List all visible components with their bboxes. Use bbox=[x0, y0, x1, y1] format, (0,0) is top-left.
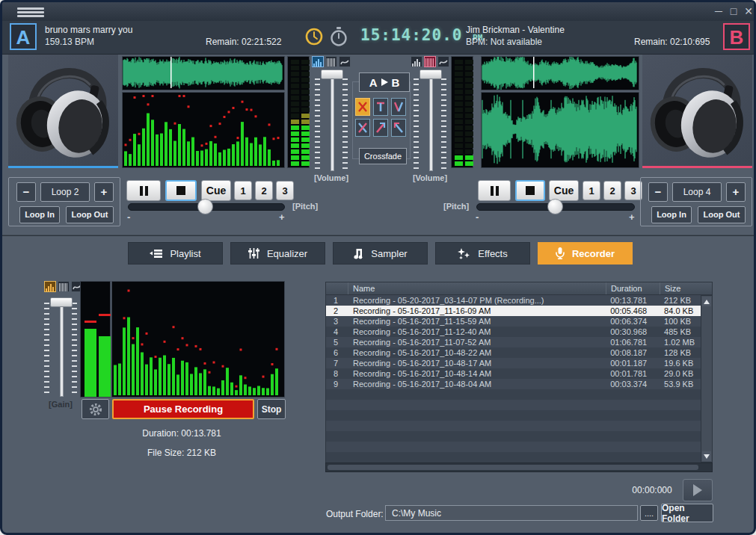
crossfade-curve-4-button[interactable] bbox=[355, 119, 370, 137]
curve-view-icon[interactable] bbox=[437, 56, 449, 67]
deck-b-waveform[interactable] bbox=[481, 56, 639, 90]
deck-a-stop-button[interactable] bbox=[165, 180, 197, 201]
loop-out-button[interactable]: Loop Out bbox=[66, 206, 114, 223]
tab-playlist[interactable]: Playlist bbox=[128, 242, 223, 265]
bars-view-icon[interactable] bbox=[312, 56, 324, 67]
deck-b-pitch-handle[interactable] bbox=[547, 199, 563, 214]
recordings-table-body: 1Recording - 05-20-2017_03-14-07 PM (Rec… bbox=[325, 295, 701, 463]
crossfade-curve-1-button[interactable] bbox=[355, 98, 370, 116]
a-to-b-button[interactable]: A B bbox=[359, 72, 410, 92]
play-icon bbox=[693, 484, 702, 496]
column-header-duration[interactable]: Duration bbox=[606, 282, 660, 294]
table-row[interactable]: 7Recording - 05-16-2017_10-48-17 AM00:01… bbox=[326, 358, 701, 368]
deck-a-hotcue-3-button[interactable]: 3 bbox=[276, 181, 294, 200]
cell-name: Recording - 05-16-2017_11-16-09 AM bbox=[348, 306, 606, 316]
spectrum-view-icon[interactable] bbox=[325, 56, 337, 67]
maximize-button[interactable]: □ bbox=[726, 4, 741, 19]
table-row[interactable]: 8Recording - 05-16-2017_10-48-14 AM00:01… bbox=[326, 368, 701, 379]
tab-sampler[interactable]: Sampler bbox=[333, 242, 428, 265]
deck-a-hotcue-2-button[interactable]: 2 bbox=[255, 181, 273, 200]
scrollbar-thumb[interactable] bbox=[328, 465, 698, 470]
browse-folder-button[interactable]: .... bbox=[640, 505, 658, 521]
pitch-minus-label: - bbox=[476, 211, 479, 223]
dj-mixer-window: ─ □ ✕ A bruno mars marry you 159.13 BPM … bbox=[0, 0, 756, 535]
empty-row bbox=[326, 452, 701, 463]
deck-a-pitch-slider[interactable] bbox=[128, 203, 285, 211]
deck-a-hotcue-1-button[interactable]: 1 bbox=[234, 181, 252, 200]
preview-play-button[interactable] bbox=[683, 479, 713, 501]
recorder-gain-handle[interactable] bbox=[50, 297, 73, 307]
loop-out-button[interactable]: Loop Out bbox=[698, 206, 746, 223]
deck-b-pause-button[interactable] bbox=[478, 180, 511, 201]
bars-view-icon[interactable] bbox=[44, 281, 56, 292]
deck-b-view-icons bbox=[411, 56, 449, 67]
spectrum-view-icon[interactable] bbox=[58, 281, 70, 292]
table-vertical-scrollbar[interactable] bbox=[701, 295, 713, 463]
recording-duration: Duration: 00:13.781 bbox=[77, 428, 286, 439]
minimize-button[interactable]: ─ bbox=[711, 4, 726, 19]
table-row[interactable]: 4Recording - 05-16-2017_11-12-40 AM00:30… bbox=[326, 327, 701, 337]
crossfade-curve-3-button[interactable] bbox=[391, 98, 406, 116]
open-folder-button[interactable]: Open Folder bbox=[661, 504, 713, 522]
bars-view-icon[interactable] bbox=[411, 56, 422, 67]
deck-b-pitch-slider[interactable] bbox=[476, 203, 635, 211]
table-row[interactable]: 9Recording - 05-16-2017_10-48-04 AM00:03… bbox=[326, 379, 701, 389]
table-row[interactable]: 6Recording - 05-16-2017_10-48-22 AM00:08… bbox=[326, 347, 701, 358]
table-row[interactable]: 2Recording - 05-16-2017_11-16-09 AM00:05… bbox=[326, 306, 701, 316]
clock-icon[interactable] bbox=[304, 27, 324, 46]
stopwatch-icon[interactable] bbox=[329, 26, 348, 47]
spectrum-view-icon[interactable] bbox=[424, 56, 436, 67]
pause-recording-button[interactable]: Pause Recording bbox=[112, 399, 254, 419]
deck-b-volume-slider[interactable] bbox=[412, 69, 448, 173]
output-folder-input[interactable] bbox=[385, 505, 638, 521]
loop-in-button[interactable]: Loop In bbox=[19, 206, 60, 223]
deck-a-pitch-handle[interactable] bbox=[197, 199, 213, 214]
stop-icon bbox=[526, 186, 535, 195]
table-row[interactable]: 3Recording - 05-16-2017_11-15-59 AM00:06… bbox=[326, 316, 701, 327]
loop-increase-button[interactable]: + bbox=[726, 182, 746, 202]
headphones-image bbox=[8, 55, 113, 161]
deck-a-cue-button[interactable]: Cue bbox=[201, 180, 231, 201]
recorder-gain-slider[interactable] bbox=[43, 294, 79, 398]
scroll-up-button[interactable] bbox=[702, 297, 711, 306]
deck-b-cue-button[interactable]: Cue bbox=[549, 180, 579, 201]
empty-row bbox=[326, 442, 701, 452]
column-header-name[interactable]: Name bbox=[348, 282, 606, 294]
crossfade-curve-5-button[interactable] bbox=[373, 119, 388, 137]
pitch-plus-label: + bbox=[279, 211, 285, 223]
loop-increase-button[interactable]: + bbox=[94, 182, 114, 202]
deck-b-stop-button[interactable] bbox=[515, 180, 545, 201]
deck-a-volume-label: [Volume] bbox=[310, 173, 352, 182]
table-row[interactable]: 5Recording - 05-16-2017_11-07-52 AM01:06… bbox=[326, 337, 701, 347]
menu-icon[interactable] bbox=[17, 6, 44, 18]
table-horizontal-scrollbar[interactable] bbox=[325, 463, 713, 472]
recorder-settings-button[interactable] bbox=[82, 399, 109, 419]
curve-view-icon[interactable] bbox=[339, 56, 351, 67]
loop-in-button[interactable]: Loop In bbox=[651, 206, 692, 223]
deck-a-volume-handle[interactable] bbox=[321, 69, 343, 79]
cell-num: 6 bbox=[326, 347, 348, 358]
cell-name: Recording - 05-16-2017_10-48-04 AM bbox=[348, 379, 606, 389]
cell-num: 2 bbox=[326, 306, 348, 316]
crossfade-curve-6-button[interactable] bbox=[391, 119, 406, 137]
column-header-size[interactable]: Size bbox=[660, 282, 701, 294]
loop-decrease-button[interactable]: − bbox=[648, 182, 668, 202]
tab-effects[interactable]: Effects bbox=[435, 242, 530, 265]
deck-b-hotcue-2-button[interactable]: 2 bbox=[603, 181, 621, 200]
deck-b-waveform-detail[interactable] bbox=[481, 92, 639, 168]
tab-recorder[interactable]: Recorder bbox=[538, 242, 633, 265]
tab-equalizer[interactable]: Equalizer bbox=[230, 242, 325, 265]
column-header-num[interactable] bbox=[326, 282, 348, 294]
deck-a-volume-slider[interactable] bbox=[313, 69, 349, 173]
loop-decrease-button[interactable]: − bbox=[16, 182, 36, 202]
crossfade-curve-2-button[interactable] bbox=[373, 98, 388, 116]
deck-b-hotcue-1-button[interactable]: 1 bbox=[583, 181, 600, 200]
scroll-down-button[interactable] bbox=[702, 451, 711, 461]
deck-a-pause-button[interactable] bbox=[126, 180, 161, 201]
deck-b-volume-handle[interactable] bbox=[420, 69, 442, 79]
table-row[interactable]: 1Recording - 05-20-2017_03-14-07 PM (Rec… bbox=[326, 295, 701, 306]
recording-stop-button[interactable]: Stop bbox=[257, 399, 286, 419]
deck-a-waveform[interactable] bbox=[122, 56, 285, 90]
close-button[interactable]: ✕ bbox=[741, 4, 756, 19]
digital-clock: 15:14:20.0 PM bbox=[360, 26, 482, 44]
